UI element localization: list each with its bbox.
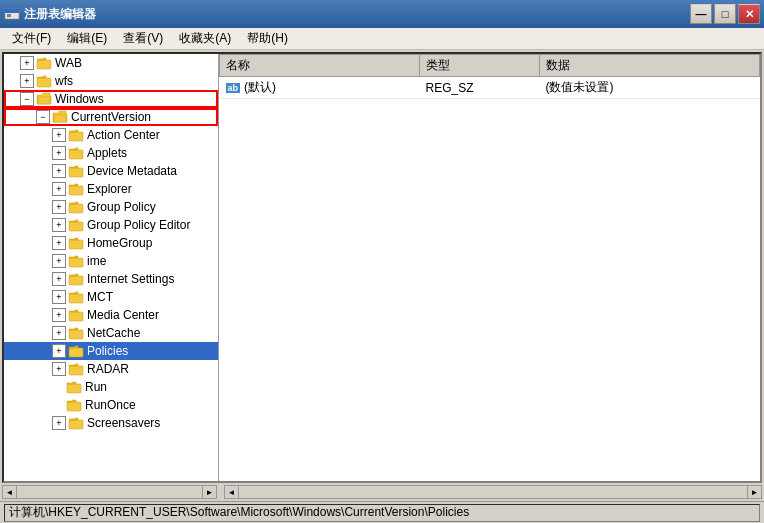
close-button[interactable]: ✕ bbox=[738, 4, 760, 24]
expand-btn-currentversion[interactable]: − bbox=[36, 110, 50, 124]
expand-btn-policies[interactable]: + bbox=[52, 344, 66, 358]
tree-item-radar[interactable]: + RADAR bbox=[4, 360, 218, 378]
registry-table: 名称 类型 数据 ab(默认)REG_SZ(数值未设置) bbox=[219, 54, 760, 99]
tree-item-device-metadata[interactable]: + Device Metadata bbox=[4, 162, 218, 180]
menu-item-v[interactable]: 查看(V) bbox=[115, 28, 171, 49]
left-hscroll[interactable]: ◄ ► bbox=[2, 485, 217, 499]
svg-rect-11 bbox=[69, 204, 83, 213]
svg-rect-5 bbox=[38, 97, 50, 104]
expand-btn-device-metadata[interactable]: + bbox=[52, 164, 66, 178]
folder-icon-screensavers bbox=[68, 416, 84, 430]
tree-label-wab: WAB bbox=[55, 56, 82, 70]
tree-item-currentversion[interactable]: − CurrentVersion bbox=[4, 108, 218, 126]
app-icon bbox=[4, 6, 20, 22]
right-scroll[interactable]: 名称 类型 数据 ab(默认)REG_SZ(数值未设置) bbox=[219, 54, 760, 481]
svg-rect-12 bbox=[69, 222, 83, 231]
col-name: 名称 bbox=[220, 55, 420, 77]
hscroll-left-btn[interactable]: ◄ bbox=[3, 486, 17, 498]
expand-btn-mct[interactable]: + bbox=[52, 290, 66, 304]
expand-btn-netcache[interactable]: + bbox=[52, 326, 66, 340]
svg-rect-13 bbox=[69, 240, 83, 249]
folder-icon-runonce bbox=[66, 398, 82, 412]
tree-item-policies[interactable]: + Policies bbox=[4, 342, 218, 360]
expand-btn-ime[interactable]: + bbox=[52, 254, 66, 268]
folder-icon-ime bbox=[68, 254, 84, 268]
folder-icon-media-center bbox=[68, 308, 84, 322]
menu-item-e[interactable]: 编辑(E) bbox=[59, 28, 115, 49]
menu-item-h[interactable]: 帮助(H) bbox=[239, 28, 296, 49]
h-scroll-area: ◄ ► ◄ ► bbox=[2, 485, 762, 499]
expand-btn-group-policy[interactable]: + bbox=[52, 200, 66, 214]
right-hscroll[interactable]: ◄ ► bbox=[224, 485, 762, 499]
col-type: 类型 bbox=[420, 55, 540, 77]
tree-label-windows: Windows bbox=[55, 92, 104, 106]
folder-icon-homegroup bbox=[68, 236, 84, 250]
tree-item-explorer[interactable]: + Explorer bbox=[4, 180, 218, 198]
reg-name: ab(默认) bbox=[220, 77, 420, 99]
table-row[interactable]: ab(默认)REG_SZ(数值未设置) bbox=[220, 77, 760, 99]
svg-rect-20 bbox=[69, 366, 83, 375]
svg-rect-7 bbox=[69, 132, 83, 141]
tree-scroll[interactable]: + WAB+ wfs− Windows− CurrentVersion+ Act… bbox=[4, 54, 218, 481]
svg-rect-17 bbox=[69, 312, 83, 321]
expand-btn-applets[interactable]: + bbox=[52, 146, 66, 160]
expand-btn-homegroup[interactable]: + bbox=[52, 236, 66, 250]
hscroll-right-left-btn[interactable]: ◄ bbox=[225, 486, 239, 498]
tree-item-screensavers[interactable]: + Screensavers bbox=[4, 414, 218, 432]
expand-btn-action-center[interactable]: + bbox=[52, 128, 66, 142]
expand-btn-wab[interactable]: + bbox=[20, 56, 34, 70]
tree-item-homegroup[interactable]: + HomeGroup bbox=[4, 234, 218, 252]
svg-rect-2 bbox=[7, 14, 11, 17]
tree-label-homegroup: HomeGroup bbox=[87, 236, 152, 250]
tree-item-internet-settings[interactable]: + Internet Settings bbox=[4, 270, 218, 288]
tree-item-netcache[interactable]: + NetCache bbox=[4, 324, 218, 342]
menu-item-a[interactable]: 收藏夹(A) bbox=[171, 28, 239, 49]
hscroll-right-btn[interactable]: ► bbox=[202, 486, 216, 498]
tree-label-screensavers: Screensavers bbox=[87, 416, 160, 430]
expand-btn-explorer[interactable]: + bbox=[52, 182, 66, 196]
svg-rect-8 bbox=[69, 150, 83, 159]
tree-item-group-policy[interactable]: + Group Policy bbox=[4, 198, 218, 216]
window-title: 注册表编辑器 bbox=[24, 6, 686, 23]
expand-btn-radar[interactable]: + bbox=[52, 362, 66, 376]
hscroll-right-right-btn[interactable]: ► bbox=[747, 486, 761, 498]
tree-item-group-policy-editor[interactable]: + Group Policy Editor bbox=[4, 216, 218, 234]
minimize-button[interactable]: — bbox=[690, 4, 712, 24]
tree-item-ime[interactable]: + ime bbox=[4, 252, 218, 270]
tree-item-runonce[interactable]: RunOnce bbox=[4, 396, 218, 414]
expand-btn-group-policy-editor[interactable]: + bbox=[52, 218, 66, 232]
tree-item-action-center[interactable]: + Action Center bbox=[4, 126, 218, 144]
maximize-button[interactable]: □ bbox=[714, 4, 736, 24]
tree-label-applets: Applets bbox=[87, 146, 127, 160]
tree-item-media-center[interactable]: + Media Center bbox=[4, 306, 218, 324]
tree-label-radar: RADAR bbox=[87, 362, 129, 376]
tree-label-policies: Policies bbox=[87, 344, 128, 358]
expand-btn-windows[interactable]: − bbox=[20, 92, 34, 106]
menu-item-f[interactable]: 文件(F) bbox=[4, 28, 59, 49]
tree-item-run[interactable]: Run bbox=[4, 378, 218, 396]
tree-item-wfs[interactable]: + wfs bbox=[4, 72, 218, 90]
svg-rect-9 bbox=[69, 168, 83, 177]
tree-panel: + WAB+ wfs− Windows− CurrentVersion+ Act… bbox=[4, 54, 219, 481]
tree-label-netcache: NetCache bbox=[87, 326, 140, 340]
tree-item-mct[interactable]: + MCT bbox=[4, 288, 218, 306]
expand-btn-screensavers[interactable]: + bbox=[52, 416, 66, 430]
tree-label-wfs: wfs bbox=[55, 74, 73, 88]
tree-label-explorer: Explorer bbox=[87, 182, 132, 196]
folder-icon-windows bbox=[36, 92, 52, 106]
title-bar: 注册表编辑器 — □ ✕ bbox=[0, 0, 764, 28]
tree-item-windows[interactable]: − Windows bbox=[4, 90, 218, 108]
svg-rect-1 bbox=[5, 9, 19, 13]
expand-btn-media-center[interactable]: + bbox=[52, 308, 66, 322]
svg-rect-4 bbox=[37, 78, 51, 87]
tree-label-group-policy-editor: Group Policy Editor bbox=[87, 218, 190, 232]
tree-item-wab[interactable]: + WAB bbox=[4, 54, 218, 72]
expand-btn-internet-settings[interactable]: + bbox=[52, 272, 66, 286]
tree-label-group-policy: Group Policy bbox=[87, 200, 156, 214]
folder-icon-applets bbox=[68, 146, 84, 160]
expand-btn-wfs[interactable]: + bbox=[20, 74, 34, 88]
tree-label-runonce: RunOnce bbox=[85, 398, 136, 412]
svg-rect-18 bbox=[69, 330, 83, 339]
folder-icon-device-metadata bbox=[68, 164, 84, 178]
tree-item-applets[interactable]: + Applets bbox=[4, 144, 218, 162]
